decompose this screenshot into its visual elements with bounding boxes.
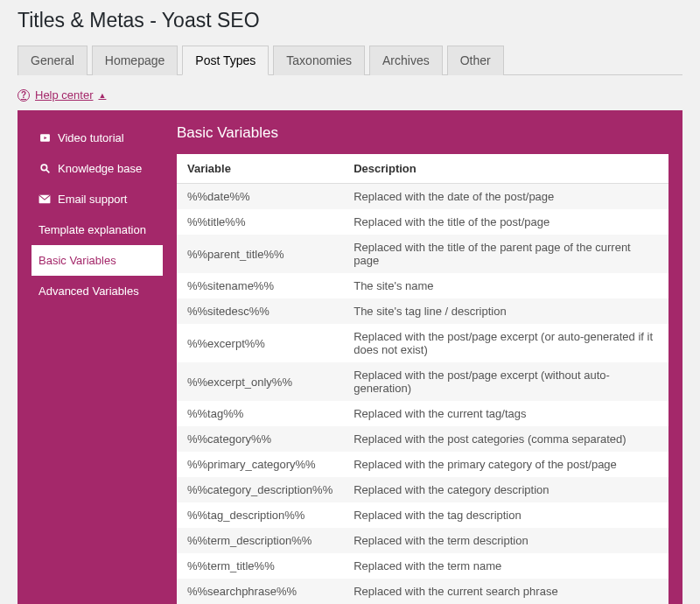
sidebar-item-knowledge-base[interactable]: Knowledge base [32,153,163,184]
sidebar-item-basic-variables[interactable]: Basic Variables [32,245,163,276]
tab-post-types[interactable]: Post Types [182,46,269,75]
variable-cell: %%tag_description%% [177,502,343,528]
variable-cell: %%primary_category%% [177,452,343,477]
variables-table: Variable Description %%date%%Replaced wi… [177,154,668,604]
table-row: %%tag%%Replaced with the current tag/tag… [177,401,668,426]
help-center-label: Help center [35,88,93,102]
description-cell: Replaced with the term description [343,528,668,553]
sidebar-item-label: Email support [58,193,127,206]
description-cell: Replaced with the current tag/tags [343,401,668,426]
description-cell: Replaced with the term name [343,553,668,579]
chevron-up-icon: ▲ [98,91,106,100]
help-sidebar: Video tutorialKnowledge baseEmail suppor… [32,123,163,604]
tab-archives[interactable]: Archives [369,46,443,75]
description-cell: Replaced with the category description [343,477,668,502]
description-cell: The site's name [343,273,668,298]
content-title: Basic Variables [177,124,668,142]
variable-cell: %%sitename%% [177,273,343,298]
table-row: %%category_description%%Replaced with th… [177,477,668,502]
description-cell: Replaced with the title of the parent pa… [343,235,668,273]
description-cell: Replaced with the post/page excerpt (wit… [343,362,668,401]
help-panel: Video tutorialKnowledge baseEmail suppor… [18,110,682,604]
description-cell: Replaced with the post/page excerpt (or … [343,324,668,362]
variable-cell: %%date%% [177,184,343,210]
description-cell: Replaced with the date of the post/page [343,184,668,210]
variable-cell: %%excerpt_only%% [177,362,343,401]
question-icon: ? [18,89,30,102]
table-row: %%parent_title%%Replaced with the title … [177,235,668,273]
sidebar-item-label: Advanced Variables [38,284,139,298]
mail-icon [38,194,51,204]
sidebar-item-label: Knowledge base [58,162,142,175]
variable-cell: %%title%% [177,209,343,235]
sidebar-item-label: Video tutorial [58,131,124,144]
table-row: %%sitedesc%%The site's tag line / descri… [177,298,668,324]
variable-cell: %%parent_title%% [177,235,343,273]
table-row: %%primary_category%%Replaced with the pr… [177,452,668,477]
table-row: %%tag_description%%Replaced with the tag… [177,502,668,528]
search-icon [38,163,51,174]
sidebar-item-advanced-variables[interactable]: Advanced Variables [32,276,163,306]
table-row: %%excerpt_only%%Replaced with the post/p… [177,362,668,401]
tab-general[interactable]: General [18,46,88,75]
sidebar-item-video-tutorial[interactable]: Video tutorial [32,123,163,153]
table-row: %%searchphrase%%Replaced with the curren… [177,579,668,604]
variable-cell: %%searchphrase%% [177,579,343,604]
description-cell: The site's tag line / description [343,298,668,324]
table-row: %%excerpt%%Replaced with the post/page e… [177,324,668,362]
variable-cell: %%term_description%% [177,528,343,553]
nav-tabs: GeneralHomepagePost TypesTaxonomiesArchi… [18,45,682,75]
table-row: %%term_description%%Replaced with the te… [177,528,668,553]
svg-point-2 [41,165,47,171]
description-cell: Replaced with the tag description [343,502,668,528]
table-row: %%title%%Replaced with the title of the … [177,209,668,235]
tab-homepage[interactable]: Homepage [92,46,178,75]
table-header-variable: Variable [177,154,343,184]
description-cell: Replaced with the post categories (comma… [343,426,668,452]
sidebar-item-label: Basic Variables [38,254,116,267]
variable-cell: %%tag%% [177,401,343,426]
tab-taxonomies[interactable]: Taxonomies [273,46,365,75]
table-header-description: Description [343,154,668,184]
page-title: Titles & Metas - Yoast SEO [18,9,682,32]
sidebar-item-template-explanation[interactable]: Template explanation [32,214,163,245]
sidebar-item-label: Template explanation [38,223,146,236]
sidebar-item-email-support[interactable]: Email support [32,184,163,214]
table-row: %%sitename%%The site's name [177,273,668,298]
tab-other[interactable]: Other [447,46,504,75]
variable-cell: %%sitedesc%% [177,298,343,324]
help-center-toggle[interactable]: ? Help center ▲ [18,88,106,102]
play-icon [38,132,51,144]
variable-cell: %%term_title%% [177,553,343,579]
description-cell: Replaced with the title of the post/page [343,209,668,235]
table-row: %%term_title%%Replaced with the term nam… [177,553,668,579]
table-row: %%date%%Replaced with the date of the po… [177,184,668,210]
table-row: %%category%%Replaced with the post categ… [177,426,668,452]
variable-cell: %%category%% [177,426,343,452]
help-content: Basic Variables Variable Description %%d… [177,123,668,604]
variable-cell: %%excerpt%% [177,324,343,362]
svg-line-3 [46,170,49,172]
variable-cell: %%category_description%% [177,477,343,502]
description-cell: Replaced with the primary category of th… [343,452,668,477]
description-cell: Replaced with the current search phrase [343,579,668,604]
